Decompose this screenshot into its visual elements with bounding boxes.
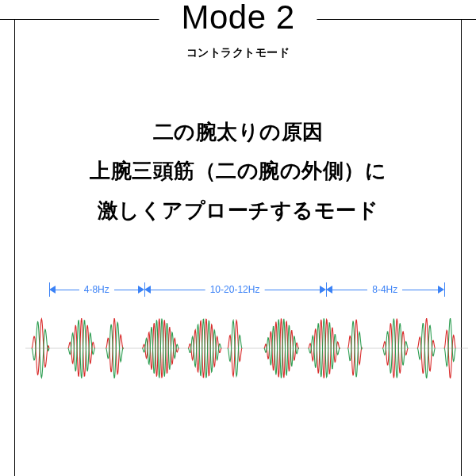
- mode-title: Mode 2: [181, 0, 294, 35]
- arrow-left-icon: [49, 286, 56, 294]
- waveform-diagram: 4-8Hz 10-20-12Hz 8-4Hz: [49, 276, 444, 403]
- arrow-left-icon: [144, 286, 151, 294]
- freq-label: 8-4Hz: [367, 284, 402, 295]
- arrow-right-icon: [138, 286, 144, 294]
- body-line: 上腕三頭筋（二の腕の外側）に: [24, 152, 452, 190]
- body-line: 激しくアプローチするモード: [24, 191, 452, 230]
- title-block: Mode 2 コントラクトモード: [159, 0, 317, 67]
- body-copy: 二の腕太りの原因 上腕三頭筋（二の腕の外側）に 激しくアプローチするモード: [24, 113, 452, 230]
- frequency-label-row: 4-8Hz 10-20-12Hz 8-4Hz: [49, 276, 444, 303]
- freq-segment: 8-4Hz: [326, 276, 444, 303]
- arrow-left-icon: [326, 286, 332, 294]
- arrow-right-icon: [320, 286, 326, 294]
- content-frame: [14, 19, 462, 476]
- waveform-svg: [25, 305, 468, 392]
- freq-segment: 4-8Hz: [49, 276, 144, 303]
- freq-tick: [444, 282, 445, 297]
- body-line: 二の腕太りの原因: [24, 113, 452, 152]
- freq-label: 10-20-12Hz: [205, 284, 265, 295]
- arrow-right-icon: [438, 286, 444, 294]
- mode-subtitle: コントラクトモード: [181, 46, 294, 60]
- freq-segment: 10-20-12Hz: [144, 276, 326, 303]
- page: Mode 2 コントラクトモード 二の腕太りの原因 上腕三頭筋（二の腕の外側）に…: [0, 0, 476, 476]
- freq-label: 4-8Hz: [79, 284, 114, 295]
